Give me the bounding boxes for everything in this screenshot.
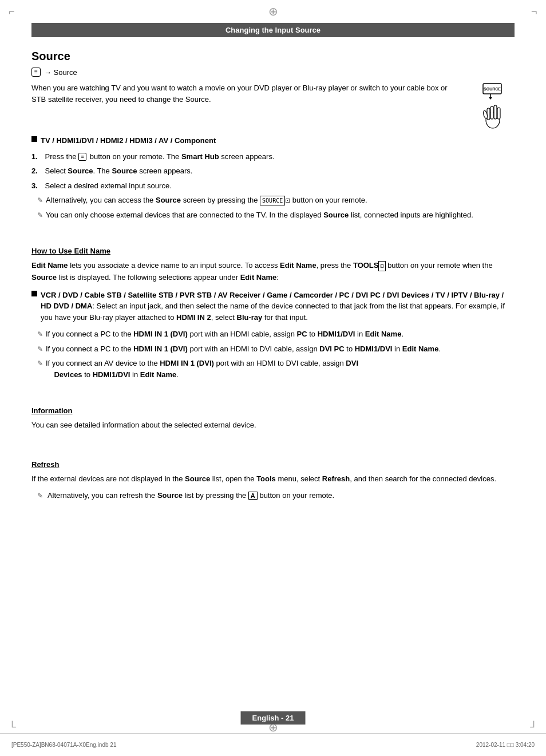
page-footer: [PE550-ZA]BN68-04071A-X0Eng.indb 21 2012… bbox=[0, 733, 546, 756]
source-list-bold: Source bbox=[31, 273, 57, 282]
step-3: 3. Select a desired external input sourc… bbox=[31, 180, 515, 192]
step2-source1: Source bbox=[68, 167, 93, 175]
edit-name-ref2: Edit Name bbox=[402, 345, 439, 353]
information-heading: Information bbox=[31, 406, 515, 415]
edit-name-bold3: Edit Name bbox=[240, 273, 277, 282]
header-title: Changing the Input Source bbox=[225, 26, 321, 34]
bullet-square bbox=[31, 136, 37, 142]
note-2: ✎ You can only choose external devices t… bbox=[31, 209, 515, 221]
source-button-inline: SOURCE bbox=[260, 196, 285, 205]
refresh-source-note-bold: Source bbox=[157, 491, 183, 500]
menu-icon: ≡ bbox=[31, 68, 41, 77]
menu-path: ≡ → Source bbox=[31, 68, 515, 77]
section-title: Source bbox=[31, 50, 515, 63]
reg-mark-bottom: ⊕ bbox=[268, 721, 278, 734]
step1-menu-icon: ≡ bbox=[78, 153, 86, 161]
refresh-heading: Refresh bbox=[31, 460, 515, 469]
reg-mark-top: ⊕ bbox=[268, 5, 278, 18]
note-pencil-icon-1: ✎ bbox=[37, 195, 43, 205]
svg-rect-5 bbox=[490, 106, 493, 119]
source-svg: SOURCE bbox=[469, 82, 515, 131]
corner-mark-tr: ⌐ bbox=[531, 6, 537, 18]
intro-paragraph: When you are watching TV and you want to… bbox=[31, 84, 448, 104]
gap-2 bbox=[31, 383, 515, 395]
input-types-bullet: TV / HDMI1/DVI / HDMI2 / HDMI3 / AV / Co… bbox=[31, 135, 515, 147]
step-3-text: Select a desired external input source. bbox=[43, 180, 172, 192]
menu-path-text: → Source bbox=[44, 68, 77, 77]
vcr-bullet-text: VCR / DVD / Cable STB / Satellite STB / … bbox=[41, 290, 515, 323]
step-1-text: Press the ≡ button on your remote. The S… bbox=[43, 151, 275, 163]
edit-note-2-text: If you connect a PC to the HDMI IN 1 (DV… bbox=[46, 343, 441, 355]
corner-mark-br: ┘ bbox=[530, 721, 537, 733]
svg-rect-8 bbox=[497, 108, 500, 119]
edit-note-1: ✎ If you connect a PC to the HDMI IN 1 (… bbox=[31, 328, 515, 340]
intro-text: When you are watching TV and you want to… bbox=[31, 82, 463, 105]
tools-inline-icon: ⊡ bbox=[378, 261, 385, 271]
a-button-bold: A bbox=[248, 492, 258, 500]
page-content: Changing the Input Source Source ≡ → Sou… bbox=[0, 0, 546, 550]
edit-note-3: ✎ If you connect an AV device to the HDM… bbox=[31, 358, 515, 380]
step-2-num: 2. bbox=[31, 165, 43, 177]
edit-name-bold1: Edit Name bbox=[31, 261, 68, 270]
step-2-text: Select Source. The Source screen appears… bbox=[43, 165, 192, 177]
note-pencil-icon-6: ✎ bbox=[37, 490, 43, 501]
footer-left: [PE550-ZA]BN68-04071A-X0Eng.indb 21 bbox=[11, 742, 186, 748]
step-1: 1. Press the ≡ button on your remote. Th… bbox=[31, 151, 515, 163]
edit-name-ref3: Edit Name bbox=[140, 370, 177, 379]
hdmi-in-2-bold: HDMI IN 2 bbox=[176, 313, 211, 322]
bullet-square-2 bbox=[31, 291, 37, 296]
hdmi-in1-dvi-bold1: HDMI IN 1 (DVI) bbox=[133, 330, 188, 338]
svg-text:SOURCE: SOURCE bbox=[484, 87, 501, 91]
input-types-text: TV / HDMI1/DVI / HDMI2 / HDMI3 / AV / Co… bbox=[41, 135, 216, 147]
corner-mark-tl: ⌐ bbox=[9, 6, 15, 18]
edit-note-3-text: If you connect an AV device to the HDMI … bbox=[46, 358, 358, 380]
note-pencil-icon-3: ✎ bbox=[37, 329, 43, 339]
gap-1 bbox=[31, 224, 515, 235]
note-pencil-icon-4: ✎ bbox=[37, 344, 43, 354]
svg-rect-6 bbox=[494, 105, 497, 119]
hdmi1-dvi-bold2: HDMI1/DVI bbox=[355, 345, 393, 353]
note-pencil-icon-5: ✎ bbox=[37, 358, 43, 369]
gap-3 bbox=[31, 437, 515, 449]
vcr-bullet: VCR / DVD / Cable STB / Satellite STB / … bbox=[31, 290, 515, 323]
footer-right: 2012-02-11 □□ 3:04:20 bbox=[360, 742, 535, 748]
header-bar: Changing the Input Source bbox=[31, 23, 515, 37]
step-3-num: 3. bbox=[31, 180, 43, 192]
information-text: You can see detailed information about t… bbox=[31, 419, 515, 432]
svg-marker-3 bbox=[489, 97, 492, 100]
refresh-source-bold: Source bbox=[185, 474, 210, 483]
refresh-text: If the external devices are not displaye… bbox=[31, 473, 515, 485]
tools-text: TOOLS bbox=[353, 261, 379, 270]
hdmi1-dvi-bold3: HDMI1/DVI bbox=[93, 370, 130, 379]
edit-name-intro: Edit Name lets you associate a device na… bbox=[31, 260, 515, 284]
step2-source2: Source bbox=[112, 167, 137, 175]
pc-bold1: PC bbox=[297, 330, 307, 338]
edit-note-1-text: If you connect a PC to the HDMI IN 1 (DV… bbox=[46, 328, 403, 340]
blu-ray-bold: Blu-ray bbox=[237, 313, 263, 322]
how-to-edit-name-heading: How to Use Edit Name bbox=[31, 247, 515, 255]
edit-name-ref1: Edit Name bbox=[365, 330, 402, 338]
hdmi-in1-dvi-bold2: HDMI IN 1 (DVI) bbox=[133, 345, 188, 353]
refresh-tools-bold: Tools bbox=[256, 474, 276, 483]
note-1-text: Alternatively, you can access the Source… bbox=[46, 195, 367, 206]
corner-mark-bl: └ bbox=[9, 721, 16, 733]
svg-rect-7 bbox=[487, 108, 490, 120]
refresh-note-text: Alternatively, you can refresh the Sourc… bbox=[46, 490, 334, 501]
step-1-num: 1. bbox=[31, 151, 43, 163]
dvi-pc-bold: DVI PC bbox=[319, 345, 344, 353]
source-illustration: SOURCE bbox=[469, 82, 515, 128]
input-types-bold: TV / HDMI1/DVI / HDMI2 / HDMI3 / AV / Co… bbox=[41, 136, 216, 145]
note-2-text: You can only choose external devices tha… bbox=[46, 209, 473, 221]
intro-row: When you are watching TV and you want to… bbox=[31, 82, 515, 128]
hdmi1-dvi-bold1: HDMI1/DVI bbox=[318, 330, 355, 338]
vcr-bold: VCR / DVD / Cable STB / Satellite STB / … bbox=[41, 291, 504, 311]
note-pencil-icon-2: ✎ bbox=[37, 210, 43, 220]
refresh-note: ✎ Alternatively, you can refresh the Sou… bbox=[31, 490, 515, 501]
step-2: 2. Select Source. The Source screen appe… bbox=[31, 165, 515, 177]
refresh-bold: Refresh bbox=[322, 474, 350, 483]
hdmi-in1-dvi-bold3: HDMI IN 1 (DVI) bbox=[160, 359, 214, 367]
edit-name-bold2: Edit Name bbox=[280, 261, 316, 270]
note-1: ✎ Alternatively, you can access the Sour… bbox=[31, 195, 515, 206]
step1-smarthub: Smart Hub bbox=[181, 152, 219, 161]
edit-note-2: ✎ If you connect a PC to the HDMI IN 1 (… bbox=[31, 343, 515, 355]
